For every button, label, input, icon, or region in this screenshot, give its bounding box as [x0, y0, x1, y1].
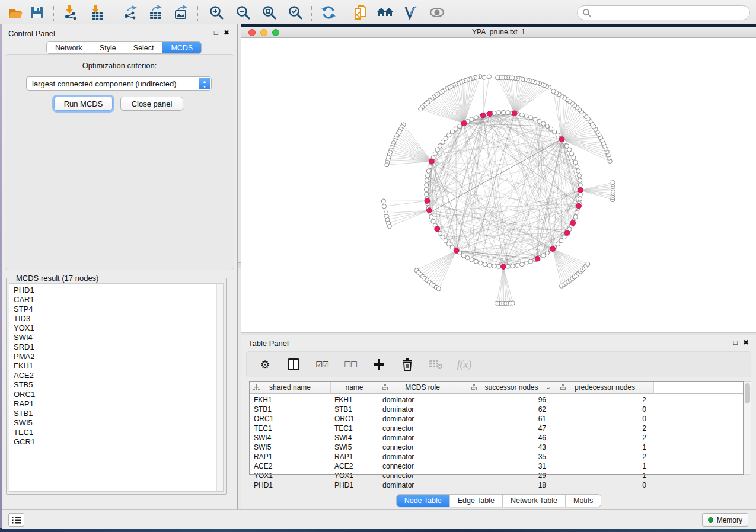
network-node[interactable]: [497, 264, 501, 268]
network-leaf-node[interactable]: [482, 75, 486, 79]
network-node[interactable]: [425, 192, 429, 196]
network-node[interactable]: [578, 178, 582, 182]
network-hub-node[interactable]: [461, 121, 467, 126]
network-node[interactable]: [556, 133, 560, 137]
network-node[interactable]: [524, 114, 528, 118]
table-row[interactable]: YOX1YOX1connector291: [250, 471, 743, 480]
refresh-icon[interactable]: [320, 4, 337, 21]
float-panel-icon[interactable]: □: [733, 339, 738, 346]
clone-network-icon[interactable]: [352, 4, 369, 21]
mcds-result-item[interactable]: PHD1: [9, 286, 223, 295]
network-node[interactable]: [458, 124, 462, 128]
network-hub-node[interactable]: [550, 246, 556, 252]
table-row[interactable]: TEC1TEC1connector472: [250, 424, 743, 433]
zoom-in-icon[interactable]: [208, 4, 225, 21]
network-leaf-node[interactable]: [382, 204, 386, 209]
delete-trash-icon[interactable]: [400, 357, 415, 372]
network-node[interactable]: [426, 169, 430, 173]
network-node[interactable]: [497, 111, 501, 115]
network-node[interactable]: [470, 258, 474, 262]
column-header-predecessor-nodes[interactable]: predecessor nodes: [556, 382, 654, 393]
network-hub-node[interactable]: [454, 248, 459, 254]
network-hub-node[interactable]: [435, 226, 440, 232]
deselect-all-icon[interactable]: ☐☐: [343, 357, 358, 372]
zoom-selected-icon[interactable]: [287, 4, 304, 21]
network-node[interactable]: [479, 261, 483, 265]
network-node[interactable]: [461, 254, 465, 258]
network-node[interactable]: [501, 110, 505, 114]
network-node[interactable]: [492, 264, 496, 268]
tab-mcds[interactable]: MCDS: [162, 42, 201, 53]
network-node[interactable]: [506, 111, 510, 115]
network-node[interactable]: [529, 259, 533, 264]
mcds-result-item[interactable]: GCR1: [9, 437, 223, 447]
table-scrollbar-thumb[interactable]: [745, 383, 750, 403]
tab-network-table[interactable]: Network Table: [503, 495, 566, 507]
close-panel-icon[interactable]: ✖: [743, 339, 749, 346]
search-field[interactable]: [577, 5, 750, 20]
network-leaf-node[interactable]: [387, 225, 391, 229]
network-leaf-node[interactable]: [381, 199, 385, 203]
table-row[interactable]: SWI5SWI5connector431: [250, 443, 743, 452]
search-input[interactable]: [592, 9, 749, 17]
network-node[interactable]: [426, 174, 430, 178]
network-hub-node[interactable]: [564, 230, 570, 236]
mcds-list-scrollbar[interactable]: [216, 284, 223, 491]
network-node[interactable]: [465, 256, 470, 260]
network-hub-node[interactable]: [487, 111, 492, 117]
network-hub-node[interactable]: [512, 111, 517, 116]
network-node[interactable]: [520, 113, 524, 117]
network-node[interactable]: [470, 117, 474, 121]
import-network-icon[interactable]: [63, 4, 79, 21]
network-leaf-node[interactable]: [385, 163, 389, 167]
network-node[interactable]: [575, 210, 579, 214]
mcds-result-item[interactable]: ORC1: [9, 390, 223, 399]
close-panel-icon[interactable]: ✖: [224, 29, 229, 36]
vizmapper-icon[interactable]: [403, 4, 419, 21]
network-node[interactable]: [431, 219, 435, 223]
table-row[interactable]: ACE2ACE2connector311: [250, 462, 743, 471]
tab-style[interactable]: Style: [91, 42, 125, 53]
network-leaf-node[interactable]: [511, 301, 515, 305]
network-node[interactable]: [529, 116, 533, 120]
table-row[interactable]: SWI4SWI4dominator462: [250, 433, 743, 443]
network-node[interactable]: [570, 152, 574, 156]
network-node[interactable]: [545, 251, 549, 255]
network-node[interactable]: [567, 148, 572, 152]
network-node[interactable]: [441, 235, 445, 239]
network-node[interactable]: [559, 239, 563, 243]
network-node[interactable]: [435, 148, 439, 152]
table-row[interactable]: RAP1RAP1dominator352: [250, 452, 743, 462]
save-session-icon[interactable]: [28, 4, 45, 21]
network-canvas[interactable]: [241, 38, 756, 332]
mcds-result-item[interactable]: FKH1: [9, 361, 223, 371]
hide-panel-eye-icon[interactable]: [429, 4, 445, 21]
network-node[interactable]: [433, 152, 437, 156]
column-header-shared-name[interactable]: shared name: [250, 382, 331, 393]
export-image-icon[interactable]: [173, 4, 189, 21]
network-node[interactable]: [506, 264, 510, 268]
network-node[interactable]: [553, 130, 557, 134]
network-node[interactable]: [524, 261, 528, 265]
network-node[interactable]: [438, 144, 442, 148]
network-node[interactable]: [511, 264, 515, 268]
table-row[interactable]: FKH1FKH1dominator962: [250, 395, 743, 405]
show-columns-icon[interactable]: [286, 357, 301, 372]
export-network-icon[interactable]: [122, 4, 139, 21]
network-node[interactable]: [576, 169, 580, 173]
network-node[interactable]: [533, 117, 537, 121]
table-row[interactable]: ORC1ORC1dominator610: [250, 414, 743, 424]
column-header-name[interactable]: name: [331, 382, 378, 393]
mcds-result-item[interactable]: SWI5: [9, 418, 223, 428]
open-session-icon[interactable]: [7, 4, 24, 21]
zoom-out-icon[interactable]: [235, 4, 251, 21]
network-node[interactable]: [487, 263, 492, 267]
network-node[interactable]: [578, 197, 582, 201]
network-node[interactable]: [483, 262, 487, 267]
column-header-successor-nodes[interactable]: successor nodes ⌄: [467, 382, 556, 393]
network-node[interactable]: [447, 242, 451, 246]
network-hub-node[interactable]: [559, 137, 564, 142]
tab-select[interactable]: Select: [125, 42, 163, 53]
mcds-result-item[interactable]: ACE2: [9, 371, 223, 380]
mcds-result-item[interactable]: RAP1: [9, 399, 223, 409]
